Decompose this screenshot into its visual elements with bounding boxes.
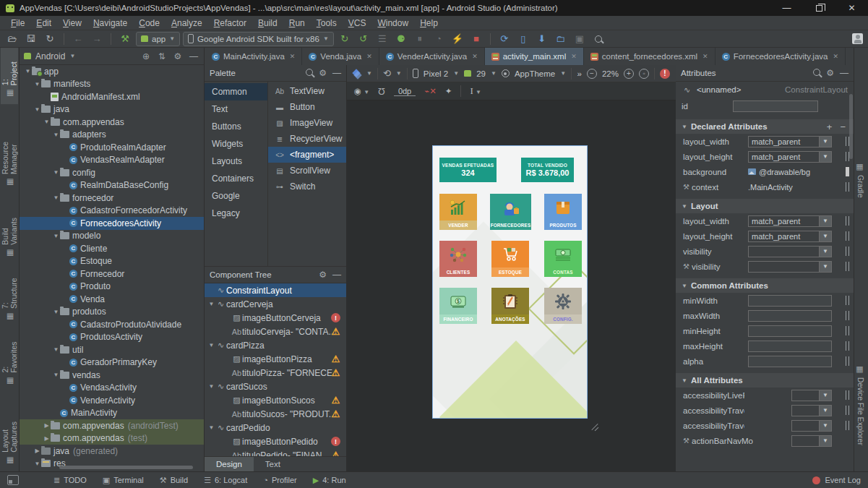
coverage-icon[interactable]: ☰ (374, 32, 390, 46)
tree-item-adapters[interactable]: ▼adapters (20, 129, 204, 142)
tree-item-vendasactivity[interactable]: CVendasActivity (20, 382, 204, 395)
status-4-run[interactable]: ▶4: Run (313, 476, 346, 485)
tree-arrow-icon[interactable]: ▼ (24, 68, 32, 74)
menu-edit[interactable]: Edit (31, 17, 56, 30)
attr-input[interactable] (748, 310, 832, 322)
editor-tab-fornecedoresactivity-java[interactable]: CFornecedoresActivity.java✕ (716, 48, 846, 65)
resource-picker-icon[interactable] (846, 247, 849, 256)
strip-layout-captures[interactable]: ▦Layout Captures (1, 391, 18, 471)
section-header-layout[interactable]: ▼Layout (676, 199, 854, 213)
resource-picker-icon[interactable] (846, 231, 849, 241)
component-arrow-icon[interactable]: ▼ (207, 342, 215, 348)
editor-tab-activity_main-xml[interactable]: activity_main.xml✕ (485, 48, 584, 65)
orientation-icon[interactable]: ⟲ (383, 68, 391, 79)
project-view-selector[interactable]: Android (35, 51, 65, 61)
design-blueprint-toggle-icon[interactable] (353, 69, 361, 78)
chevron-down-icon[interactable]: ▼ (819, 421, 831, 431)
autoconnect-magnet-icon[interactable]: Ω (378, 86, 385, 97)
tab-close-icon[interactable]: ✕ (290, 53, 296, 60)
clear-constraints-icon[interactable]: ⌁✕ (424, 86, 437, 96)
tree-item-fornecedor[interactable]: ▼fornecedor (20, 192, 204, 205)
component-imagebuttonsucos[interactable]: ▨imageButtonSucos⚠ (205, 393, 346, 407)
palette-category-text[interactable]: Text (205, 100, 267, 118)
remove-attribute-icon[interactable]: − (838, 121, 848, 132)
menu-run[interactable]: Run (284, 17, 310, 30)
status-build[interactable]: ⚒Build (160, 476, 188, 485)
profile-avatar[interactable] (852, 33, 863, 44)
editor-tab-venda-java[interactable]: CVenda.java✕ (302, 48, 379, 65)
tree-arrow-icon[interactable]: ▼ (52, 346, 60, 353)
attr-input[interactable] (748, 341, 832, 352)
attr-text-value[interactable]: .MainActivity (748, 183, 793, 192)
hide-panel-icon[interactable]: — (188, 51, 199, 61)
tree-item-manifests[interactable]: ▼manifests (20, 78, 204, 91)
profiler-icon[interactable]: ◔ (431, 32, 447, 46)
tree-item-com.appvendas[interactable]: ▶com.appvendas(test) (20, 432, 204, 445)
attributes-search-icon[interactable] (813, 69, 820, 77)
editor-tab-venderactivity-java[interactable]: CVenderActivity.java✕ (379, 48, 485, 65)
horizontal-scrollbar[interactable] (59, 466, 193, 469)
component-cardcerveja[interactable]: ▼∿cardCerveja (205, 297, 346, 311)
palette-item-recyclerview[interactable]: ≣RecyclerView (268, 131, 346, 147)
palette-gear-icon[interactable]: ⚙ (319, 68, 327, 78)
attributes-gear-icon[interactable]: ⚙ (826, 68, 834, 78)
component-cardpizza[interactable]: ▼∿cardPizza (205, 338, 346, 352)
phone-preview[interactable]: VENDAS EFETUADAS324TOTAL VENDIDOR$ 3.678… (432, 145, 588, 419)
app-card-contas[interactable]: CONTAS (544, 241, 582, 277)
menu-navigate[interactable]: Navigate (88, 17, 132, 30)
add-attribute-icon[interactable]: + (825, 121, 835, 132)
open-icon[interactable]: 🗁 (4, 32, 20, 46)
sync-icon[interactable]: ↻ (42, 32, 58, 46)
layout-inspector-icon[interactable]: ▣ (572, 32, 588, 46)
palette-category-legacy[interactable]: Legacy (205, 205, 267, 222)
menu-tools[interactable]: Tools (311, 17, 342, 30)
attr-dropdown[interactable]: match_parent▼ (748, 136, 832, 147)
theme-selector[interactable]: AppTheme (515, 69, 555, 78)
event-log-icon[interactable] (812, 476, 820, 484)
app-card-vender[interactable]: VENDER (439, 194, 477, 230)
status-terminal[interactable]: ▣Terminal (103, 476, 144, 485)
palette-item-button[interactable]: ▬Button (268, 99, 346, 115)
component-titulopizza-fornece-[interactable]: AbtituloPizza- "FORNECE...⚠ (205, 366, 346, 380)
strip-7-structure[interactable]: ▦7: Structure (1, 264, 18, 328)
project-structure-icon[interactable]: 🗀 (553, 32, 569, 46)
attr-dropdown[interactable]: ▼ (791, 390, 832, 401)
tree-item-estoque[interactable]: CEstoque (20, 255, 204, 268)
section-header-all-attributes[interactable]: ▼All Attributes (676, 373, 854, 388)
tree-item-vendas[interactable]: ▼vendas (20, 369, 204, 382)
view-options-icon[interactable]: ◉ ▼ (354, 86, 369, 96)
tree-arrow-icon[interactable]: ▼ (52, 169, 60, 176)
component-titulosucos-produt-[interactable]: AbtituloSucos- "PRODUT...⚠ (205, 407, 346, 421)
resource-picker-icon[interactable] (846, 390, 849, 400)
design-canvas[interactable]: VENDAS EFETUADAS324TOTAL VENDIDOR$ 3.678… (347, 100, 676, 471)
app-card-fornecedores[interactable]: FORNECEDORES (490, 194, 531, 230)
tree-arrow-icon[interactable]: ▼ (33, 81, 41, 87)
overflow-chevrons[interactable]: » (577, 69, 582, 78)
search-everywhere-icon[interactable] (590, 32, 606, 46)
strip-gradle[interactable]: ▦Gradle (856, 156, 865, 204)
menu-analyze[interactable]: Analyze (166, 17, 207, 30)
attr-dropdown[interactable]: ▼ (748, 246, 832, 257)
component-arrow-icon[interactable]: ▼ (207, 301, 215, 307)
palette-category-common[interactable]: Common (205, 83, 267, 100)
close-button[interactable]: ✕ (835, 0, 868, 16)
attr-dropdown[interactable]: match_parent▼ (748, 231, 832, 242)
attr-dropdown[interactable]: ▼ (791, 405, 832, 416)
app-card-produtos[interactable]: PRODUTOS (544, 194, 582, 230)
menu-vcs[interactable]: VCS (343, 17, 371, 30)
palette-category-widgets[interactable]: Widgets (205, 135, 267, 153)
resource-picker-icon[interactable] (846, 421, 849, 430)
resource-picker-icon[interactable] (846, 216, 849, 226)
status-todo[interactable]: ≣TODO (53, 476, 87, 485)
tree-item-produto[interactable]: CProduto (20, 281, 204, 294)
tree-arrow-icon[interactable]: ▶ (43, 435, 51, 442)
chevron-down-icon[interactable]: ▼ (819, 247, 831, 257)
component-imagebuttonpizza[interactable]: ▨imageButtonPizza⚠ (205, 352, 346, 366)
tab-close-icon[interactable]: ✕ (472, 53, 478, 60)
sync-gradle-icon[interactable]: ⟳ (497, 32, 512, 46)
chevron-down-icon[interactable]: ▼ (819, 137, 831, 147)
resource-picker-icon[interactable] (846, 326, 849, 335)
save-all-icon[interactable]: 🖫 (23, 32, 39, 46)
tree-item-venda[interactable]: CVenda (20, 293, 204, 306)
component-imagebuttonpedido[interactable]: ▨imageButtonPedido! (205, 435, 346, 448)
